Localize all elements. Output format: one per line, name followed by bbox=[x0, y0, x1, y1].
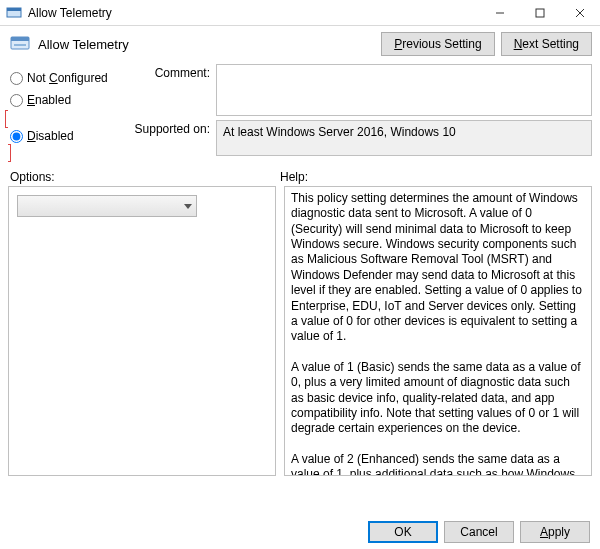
svg-rect-7 bbox=[11, 37, 29, 41]
cancel-button[interactable]: Cancel bbox=[444, 521, 514, 543]
policy-icon bbox=[8, 32, 32, 56]
ok-button[interactable]: OK bbox=[368, 521, 438, 543]
window-title: Allow Telemetry bbox=[28, 6, 480, 20]
minimize-button[interactable] bbox=[480, 0, 520, 26]
options-combobox[interactable] bbox=[17, 195, 197, 217]
radio-not-configured[interactable]: Not Configured bbox=[8, 68, 118, 88]
radio-disabled[interactable]: Disabled bbox=[8, 126, 118, 146]
supported-on-label: Supported on: bbox=[128, 120, 216, 136]
apply-button[interactable]: Apply bbox=[520, 521, 590, 543]
previous-setting-button[interactable]: Previous Setting bbox=[381, 32, 494, 56]
svg-rect-3 bbox=[536, 9, 544, 17]
svg-rect-8 bbox=[14, 44, 26, 46]
help-label: Help: bbox=[280, 170, 308, 184]
maximize-button[interactable] bbox=[520, 0, 560, 26]
dialog-footer: OK Cancel Apply bbox=[368, 521, 590, 543]
comment-field[interactable] bbox=[216, 64, 592, 116]
next-setting-button[interactable]: Next Setting bbox=[501, 32, 592, 56]
supported-on-value: At least Windows Server 2016, Windows 10 bbox=[216, 120, 592, 156]
title-bar: Allow Telemetry bbox=[0, 0, 600, 26]
options-panel bbox=[8, 186, 276, 476]
policy-title: Allow Telemetry bbox=[38, 37, 375, 52]
gpedit-icon bbox=[6, 5, 22, 21]
options-label: Options: bbox=[10, 170, 280, 184]
svg-rect-1 bbox=[7, 8, 21, 11]
policy-header: Allow Telemetry Previous Setting Next Se… bbox=[8, 30, 592, 64]
radio-enabled[interactable]: Enabled bbox=[8, 90, 118, 110]
close-button[interactable] bbox=[560, 0, 600, 26]
state-radio-group: Not Configured Enabled Disabled bbox=[8, 64, 118, 160]
comment-label: Comment: bbox=[128, 64, 216, 80]
chevron-down-icon bbox=[184, 204, 192, 209]
highlight-disabled: Disabled bbox=[5, 110, 118, 162]
help-panel[interactable]: This policy setting determines the amoun… bbox=[284, 186, 592, 476]
